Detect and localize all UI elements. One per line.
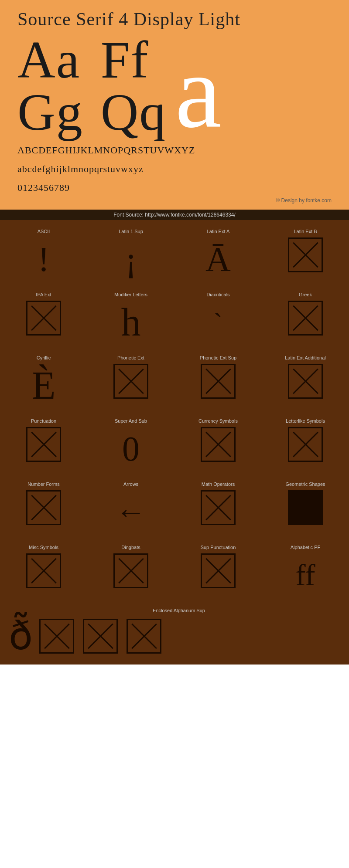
cell-glyph-8: È: [32, 364, 56, 407]
grid-cell-3: Latin Ext B: [262, 224, 349, 288]
cell-label-16: Number Forms: [27, 481, 59, 487]
cell-glyph-1: ¡: [125, 237, 137, 281]
cell-glyph-21: [113, 553, 148, 588]
font-title: Source Serif 4 Display Light: [17, 9, 332, 30]
cell-label-12: Punctuation: [31, 418, 56, 424]
cell-label-21: Dingbats: [121, 545, 140, 550]
cell-label-5: Modifier Letters: [114, 292, 147, 297]
grid-cell-5: Modifier Lettersh: [87, 288, 174, 351]
alphabet-lower: abcdefghijklmnopqrstuvwxyz: [17, 162, 332, 176]
grid-cell-20: Misc Symbols: [0, 540, 87, 604]
grid-cell-16: Number Forms: [0, 477, 87, 540]
cell-label-22: Sup Punctuation: [201, 545, 236, 550]
last-glyph-0: ð̃: [9, 617, 33, 656]
letter-pair-ff: Ff: [101, 34, 167, 86]
cell-label-6: Diacriticals: [206, 292, 229, 297]
grid-cell-9: Phonetic Ext: [87, 351, 174, 414]
last-xbox-2: [83, 619, 118, 654]
grid-cell-15: Letterlike Symbols: [262, 414, 349, 477]
cell-glyph-15: [288, 427, 323, 462]
grid-cell-8: CyrillicÈ: [0, 351, 87, 414]
cell-label-7: Greek: [299, 292, 312, 297]
cell-label-9: Phonetic Ext: [117, 355, 144, 360]
cell-glyph-14: [201, 427, 236, 462]
cell-label-18: Math Operators: [202, 481, 235, 487]
cell-label-10: Phonetic Ext Sup: [200, 355, 236, 360]
source-bar: Font Source: http://www.fontke.com/font/…: [0, 210, 349, 220]
grid-cell-1: Latin 1 Sup¡: [87, 224, 174, 288]
cell-label-11: Latin Ext Additional: [285, 355, 326, 360]
grid-cell-23: Alphabetic PFff: [262, 540, 349, 604]
cell-glyph-4: [26, 301, 61, 336]
cell-label-20: Misc Symbols: [29, 545, 58, 550]
cell-glyph-18: [201, 490, 236, 525]
cell-label-15: Letterlike Symbols: [286, 418, 325, 424]
cell-label-2: Latin Ext A: [207, 229, 230, 234]
grid-cell-11: Latin Ext Additional: [262, 351, 349, 414]
cell-label-19: Geometric Shapes: [285, 481, 325, 487]
cell-glyph-9: [113, 364, 148, 399]
cell-glyph-13: 0: [122, 427, 140, 471]
cell-glyph-16: [26, 490, 61, 525]
grid-cell-7: Greek: [262, 288, 349, 351]
cell-glyph-7: [288, 301, 323, 336]
grid-cell-0: ASCII!: [0, 224, 87, 288]
cell-glyph-10: [201, 364, 236, 399]
cell-label-14: Currency Symbols: [198, 418, 238, 424]
cell-glyph-0: !: [38, 237, 50, 281]
cell-label-1: Latin 1 Sup: [119, 229, 143, 234]
grid-cell-18: Math Operators: [174, 477, 262, 540]
letter-pair-gq: Gg: [17, 86, 83, 139]
grid-cell-17: Arrows←: [87, 477, 174, 540]
cell-glyph-20: [26, 553, 61, 588]
cell-glyph-6: `: [214, 301, 222, 344]
cell-glyph-3: [288, 237, 323, 272]
grid-cell-4: IPA Ext: [0, 288, 87, 351]
grid-cell-21: Dingbats: [87, 540, 174, 604]
grid-cell-14: Currency Symbols: [174, 414, 262, 477]
cell-glyph-19: [288, 490, 323, 525]
cell-glyph-12: [26, 427, 61, 462]
alphabet-upper: ABCDEFGHIJKLMNOPQRSTUVWXYZ: [17, 143, 332, 157]
grid-cell-2: Latin Ext AĀ: [174, 224, 262, 288]
cell-glyph-11: [288, 364, 323, 399]
last-xbox-3: [127, 619, 161, 654]
letter-pair-ag: Aa: [17, 34, 83, 86]
grid-cell-22: Sup Punctuation: [174, 540, 262, 604]
cell-glyph-5: h: [121, 301, 141, 344]
cell-glyph-22: [201, 553, 236, 588]
cell-label-13: Super And Sub: [115, 418, 147, 424]
cell-label-0: ASCII: [38, 229, 50, 234]
top-section: Source Serif 4 Display Light Aa Gg Ff Qq…: [0, 0, 349, 210]
cell-label-8: Cyrillic: [37, 355, 51, 360]
cell-glyph-23: ff: [295, 553, 315, 597]
glyph-grid: ASCII!Latin 1 Sup¡Latin Ext AĀLatin Ext …: [0, 224, 349, 604]
letter-pair-qq: Qq: [101, 86, 167, 139]
grid-cell-6: Diacriticals`: [174, 288, 262, 351]
grid-cell-12: Punctuation: [0, 414, 87, 477]
grid-cell-19: Geometric Shapes: [262, 477, 349, 540]
cell-label-3: Latin Ext B: [294, 229, 317, 234]
grid-cell-13: Super And Sub0: [87, 414, 174, 477]
last-xbox-1: [39, 619, 74, 654]
last-row-glyphs: ð̃: [9, 617, 349, 656]
cell-label-23: Alphabetic PF: [291, 545, 320, 550]
source-text: Font Source: http://www.fontke.com/font/…: [113, 212, 236, 218]
cell-label-4: IPA Ext: [36, 292, 51, 297]
credits: © Design by fontke.com: [17, 197, 332, 203]
cell-glyph-17: ←: [116, 490, 146, 534]
bottom-section: ASCII!Latin 1 Sup¡Latin Ext AĀLatin Ext …: [0, 220, 349, 665]
letter-large-a: a: [175, 44, 222, 139]
last-section-label: Enclosed Alphanum Sup: [9, 608, 349, 613]
cell-label-17: Arrows: [123, 481, 138, 487]
grid-cell-10: Phonetic Ext Sup: [174, 351, 262, 414]
cell-glyph-2: Ā: [205, 237, 231, 281]
digits: 0123456789: [17, 180, 332, 195]
